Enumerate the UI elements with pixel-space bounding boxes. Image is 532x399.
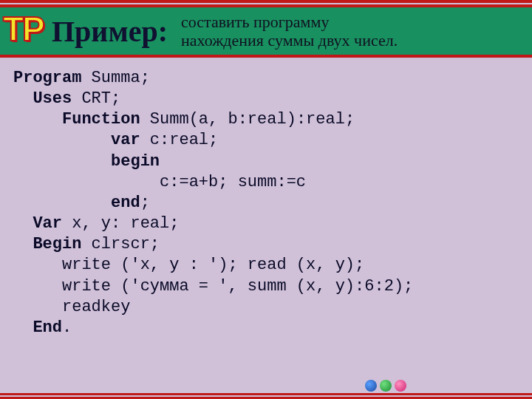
code-text: Summ(a, b:real):real; — [140, 110, 355, 129]
kw-end: End — [13, 318, 62, 337]
logo-letter-p: P — [22, 12, 45, 46]
code-text: . — [62, 318, 72, 337]
code-text: write ('сумма = ', summ (x, y):6:2); — [13, 277, 413, 296]
kw-var: Var — [13, 214, 62, 233]
code-text: c:real; — [140, 131, 219, 149]
code-text: x, y: real; — [62, 214, 179, 233]
slide-subtitle: составить программу нахождения суммы дву… — [181, 13, 398, 50]
code-text: readkey — [13, 298, 130, 316]
kw-begin: begin — [13, 152, 160, 171]
dot-icon — [365, 380, 377, 392]
subtitle-line-2: нахождения суммы двух чисел. — [181, 31, 398, 50]
kw-function: Function — [13, 110, 140, 129]
dot-icon — [395, 380, 406, 392]
code-text: ; — [140, 194, 150, 212]
slide-title: Пример: — [52, 14, 168, 49]
kw-program: Program — [13, 69, 81, 87]
header-band: T P Пример: составить программу нахожден… — [0, 4, 532, 58]
logo-letter-t: T — [3, 12, 24, 46]
decorative-dots — [365, 380, 406, 392]
code-text: c:=a+b; summ:=c — [13, 173, 306, 191]
kw-begin: Begin — [13, 235, 81, 253]
code-text: clrscr; — [81, 235, 160, 253]
tp-logo: T P — [3, 12, 47, 50]
kw-var: var — [13, 131, 140, 149]
code-text: write ('x, y : '); read (x, y); — [13, 256, 364, 274]
dot-icon — [380, 380, 392, 392]
code-text: CRT; — [72, 89, 120, 108]
code-text: Summa; — [81, 69, 149, 87]
code-block: Program Summa; Uses CRT; Function Summ(a… — [0, 58, 532, 338]
subtitle-line-1: составить программу — [181, 13, 398, 31]
top-rule — [0, 0, 532, 3]
kw-uses: Uses — [13, 89, 72, 108]
bottom-rule — [0, 393, 532, 395]
kw-end: end — [13, 194, 140, 212]
